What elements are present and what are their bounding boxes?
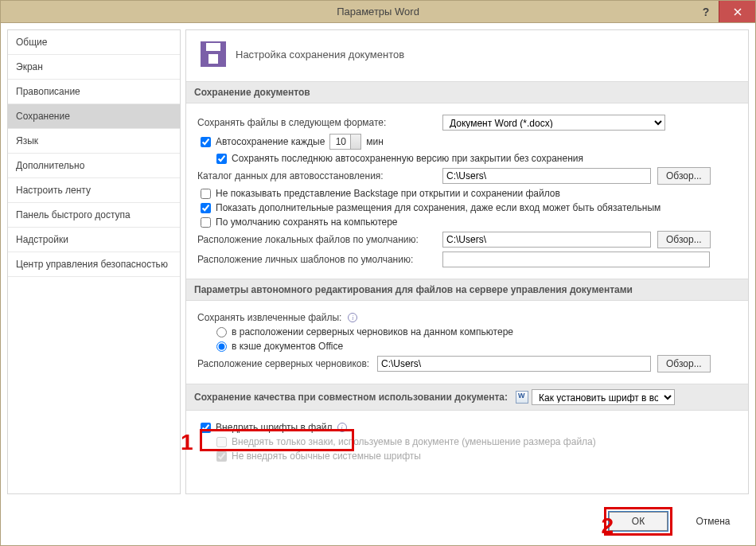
sidebar-item-save[interactable]: Сохранение bbox=[8, 104, 180, 129]
titlebar: Параметры Word ? bbox=[1, 1, 755, 23]
keep-last-checkbox[interactable] bbox=[216, 154, 227, 164]
embed-fonts-checkbox[interactable] bbox=[201, 423, 211, 433]
close-button[interactable] bbox=[719, 1, 755, 22]
autosave-value: 10 bbox=[336, 136, 346, 147]
sidebar-item-label: Общие bbox=[16, 37, 47, 48]
sidebar-item-trust[interactable]: Центр управления безопасностью bbox=[8, 252, 180, 277]
autosave-unit: мин bbox=[366, 136, 384, 147]
sidebar: Общие Экран Правописание Сохранение Язык… bbox=[7, 29, 181, 494]
sidebar-item-label: Сохранение bbox=[16, 111, 70, 122]
personal-templates-input[interactable] bbox=[442, 252, 710, 267]
sidebar-item-label: Настроить ленту bbox=[16, 185, 91, 196]
options-window: Параметры Word ? Общие Экран Правописани… bbox=[0, 0, 756, 546]
server-drafts-label: в расположении серверных черновиков на д… bbox=[232, 326, 513, 337]
office-cache-radio[interactable] bbox=[216, 341, 227, 352]
no-system-label: Не внедрять обычные системные шрифты bbox=[232, 450, 421, 462]
save-computer-label: По умолчанию сохранять на компьютере bbox=[216, 216, 398, 228]
section-offline-header: Параметры автономного редактирования для… bbox=[186, 279, 748, 301]
save-computer-checkbox[interactable] bbox=[201, 217, 211, 228]
show-additional-label: Показать дополнительные размещения для с… bbox=[216, 202, 661, 213]
info-icon: i bbox=[348, 313, 357, 322]
ok-button[interactable]: ОК bbox=[609, 512, 668, 531]
cancel-button[interactable]: Отмена bbox=[684, 512, 742, 531]
section-fidelity-body: Внедрить шрифты в файл i Внедрять только… bbox=[186, 411, 748, 473]
sidebar-item-display[interactable]: Экран bbox=[8, 55, 180, 80]
save-format-select[interactable]: Документ Word (*.docx) bbox=[442, 115, 665, 131]
sidebar-item-ribbon[interactable]: Настроить ленту bbox=[8, 178, 180, 203]
save-icon bbox=[201, 41, 226, 67]
server-drafts-radio[interactable] bbox=[216, 327, 227, 337]
show-additional-checkbox[interactable] bbox=[201, 203, 211, 213]
keep-last-label: Сохранять последнюю автосохраненную верс… bbox=[232, 153, 583, 164]
dialog-body: Общие Экран Правописание Сохранение Язык… bbox=[1, 23, 755, 501]
section-fidelity-header: Сохранение качества при совместном испол… bbox=[186, 384, 748, 411]
main-header: Настройка сохранения документов bbox=[186, 30, 748, 81]
help-button[interactable]: ? bbox=[693, 1, 719, 22]
local-files-browse-button[interactable]: Обзор... bbox=[657, 231, 711, 248]
embed-fonts-label: Внедрить шрифты в файл bbox=[216, 422, 333, 433]
office-cache-label: в кэше документов Office bbox=[232, 341, 343, 352]
autorecover-path-input[interactable] bbox=[442, 168, 651, 184]
embed-used-label: Внедрять только знаки, используемые в до… bbox=[232, 436, 596, 447]
save-format-label: Сохранять файлы в следующем формате: bbox=[197, 117, 436, 128]
sidebar-item-advanced[interactable]: Дополнительно bbox=[8, 154, 180, 178]
fidelity-title: Сохранение качества при совместном испол… bbox=[194, 392, 508, 403]
drafts-path-input[interactable] bbox=[377, 356, 651, 372]
sidebar-item-label: Центр управления безопасностью bbox=[16, 259, 168, 270]
sidebar-item-language[interactable]: Язык bbox=[8, 129, 180, 154]
personal-templates-label: Расположение личных шаблонов по умолчани… bbox=[197, 254, 436, 265]
local-files-input[interactable] bbox=[442, 232, 651, 248]
autorecover-browse-button[interactable]: Обзор... bbox=[657, 167, 711, 185]
section-save-docs-header: Сохранение документов bbox=[186, 81, 748, 103]
highlight-box-ok: ОК bbox=[604, 507, 672, 536]
embed-used-checkbox bbox=[216, 437, 227, 447]
sidebar-item-label: Правописание bbox=[16, 86, 80, 97]
titlebar-controls: ? bbox=[693, 1, 755, 22]
sidebar-item-label: Язык bbox=[16, 135, 38, 146]
sidebar-item-general[interactable]: Общие bbox=[8, 30, 180, 55]
sidebar-item-proofing[interactable]: Правописание bbox=[8, 80, 180, 104]
no-backstage-checkbox[interactable] bbox=[201, 189, 211, 199]
footer: 2 ОК Отмена bbox=[1, 501, 755, 545]
main-panel: Настройка сохранения документов Сохранен… bbox=[185, 29, 749, 494]
sidebar-item-label: Экран bbox=[16, 61, 43, 72]
save-extracted-label: Сохранять извлеченные файлы: bbox=[197, 312, 341, 323]
autosave-minutes-stepper[interactable]: 10 bbox=[329, 134, 361, 150]
sidebar-item-label: Дополнительно bbox=[16, 160, 84, 171]
no-system-checkbox bbox=[216, 451, 227, 462]
sidebar-item-label: Панель быстрого доступа bbox=[16, 209, 131, 220]
sidebar-item-addins[interactable]: Надстройки bbox=[8, 228, 180, 252]
window-title: Параметры Word bbox=[1, 6, 755, 18]
close-icon bbox=[734, 8, 742, 16]
autorecover-label: Каталог данных для автовосстановления: bbox=[197, 170, 436, 181]
info-icon: i bbox=[337, 423, 347, 432]
autosave-checkbox[interactable] bbox=[201, 137, 211, 147]
sidebar-item-qat[interactable]: Панель быстрого доступа bbox=[8, 203, 180, 228]
section-offline-body: Сохранять извлеченные файлы: i в располо… bbox=[186, 301, 748, 384]
fidelity-doc-select[interactable]: Как установить шрифт в ворд bbox=[532, 389, 675, 405]
local-files-label: Расположение локальных файлов по умолчан… bbox=[197, 234, 436, 245]
no-backstage-label: Не показывать представление Backstage пр… bbox=[216, 188, 560, 199]
drafts-label: Расположение серверных черновиков: bbox=[197, 358, 371, 369]
autosave-label: Автосохранение каждые bbox=[216, 136, 325, 147]
document-icon bbox=[516, 391, 528, 404]
sidebar-item-label: Надстройки bbox=[16, 234, 68, 245]
main-header-text: Настройка сохранения документов bbox=[236, 49, 404, 60]
section-save-docs-body: Сохранять файлы в следующем формате: Док… bbox=[186, 103, 748, 279]
drafts-browse-button[interactable]: Обзор... bbox=[657, 355, 711, 372]
